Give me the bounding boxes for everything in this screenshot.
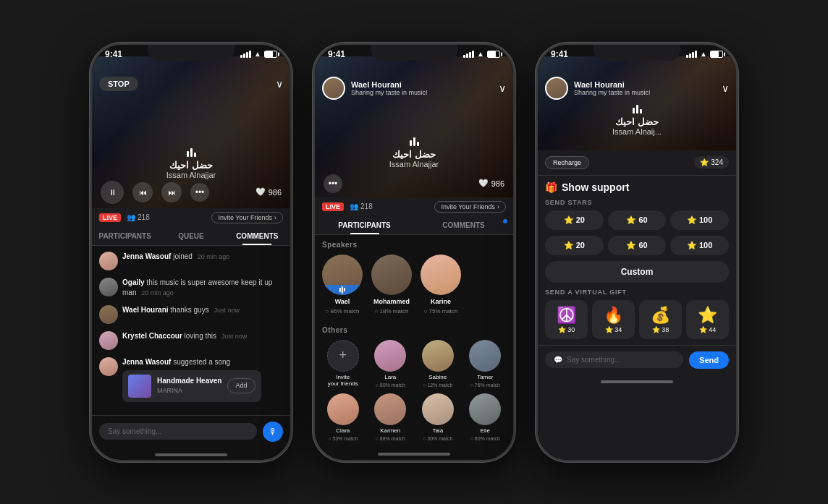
live-header-2: Wael Hourani Sharing my taste in music! …: [322, 77, 506, 100]
gift-money[interactable]: 💰 ⭐ 38: [639, 300, 682, 339]
gift-cost-peace: ⭐ 30: [558, 326, 575, 333]
avatar-jenna-2: [99, 357, 118, 376]
mic-button-1[interactable]: 🎙: [263, 422, 283, 442]
message-field-1[interactable]: Say something...: [99, 423, 257, 440]
status-icons-3: ▲: [686, 50, 723, 58]
song-bars-1: [92, 147, 290, 157]
live-badge-1: LIVE: [99, 213, 121, 222]
show-support-title: 🎁 Show support: [538, 176, 736, 196]
name-tamer: Tamer: [477, 374, 493, 380]
comment-text-5: Jenna Wasouf suggested a song Handmade H…: [122, 357, 261, 402]
user-avatar-3: [545, 77, 568, 100]
user-name-3: Wael Hourani: [574, 80, 651, 89]
hearts-count-2: 🤍 986: [478, 179, 504, 188]
comment-4: Krystel Chaccour loving this Just now: [99, 331, 283, 350]
recharge-button[interactable]: Recharge: [545, 156, 589, 169]
invite-friends-item[interactable]: + Inviteyour friends: [322, 340, 364, 388]
song-title-1: حضل احيك: [92, 160, 290, 171]
chevron-right-icon-2: ›: [497, 203, 499, 210]
hero-text-3: حضل احيك Issam Alnaij...: [538, 103, 736, 136]
name-lara: Lara: [384, 374, 396, 380]
avatar-tamer: [469, 340, 501, 372]
tab-participants-1[interactable]: PARTICIPANTS: [92, 227, 158, 245]
prev-button[interactable]: ⏮: [132, 182, 153, 202]
users-icon-2: 👥: [350, 202, 358, 210]
chat-icon-3: 💬: [554, 356, 562, 364]
star-btn-100b[interactable]: ⭐ 100: [670, 236, 729, 255]
speaker-avatar-karine: [421, 255, 461, 295]
add-song-button[interactable]: Add: [227, 378, 255, 393]
tab-comments-2[interactable]: COMMENTS: [414, 216, 513, 234]
signal-icon-2: [463, 51, 474, 58]
star-btn-60a[interactable]: ⭐ 60: [608, 210, 667, 230]
hero-controls-1: ⏸ ⏮ ⏭ ••• 🤍 986: [92, 181, 290, 204]
song-bars-3: [538, 103, 736, 114]
gift-star[interactable]: ⭐ ⭐ 44: [686, 300, 729, 339]
send-gift-label: SEND A VIRTUAL GIFT: [538, 286, 736, 297]
phone-1: 9:41 ▲ STOP ∨: [90, 43, 292, 462]
hero-controls-2: ••• 🤍 986: [315, 174, 513, 193]
user-header-3: Wael Hourani Sharing my taste in music!: [545, 77, 651, 100]
star-btn-100a[interactable]: ⭐ 100: [670, 210, 729, 230]
gift-peace[interactable]: ☮️ ⭐ 30: [545, 300, 588, 339]
user-info-2: Wael Hourani Sharing my taste in music!: [351, 80, 428, 96]
stars-grid-row1: ⭐ 20 ⭐ 60 ⭐ 100: [538, 208, 736, 233]
play-button[interactable]: ⏸: [101, 181, 124, 204]
peace-icon: ☮️: [557, 306, 576, 325]
hearts-count-1: 🤍 986: [255, 187, 282, 197]
avatar-karmen: [374, 393, 406, 425]
phone-2: 9:41 ▲: [313, 43, 515, 462]
fire-icon: 🔥: [604, 306, 623, 325]
message-input-1: Say something... 🎙: [92, 415, 290, 448]
more-button-2[interactable]: •••: [324, 174, 342, 193]
star-btn-60b[interactable]: ⭐ 60: [608, 236, 667, 255]
gift-cost-fire: ⭐ 34: [605, 326, 622, 333]
tab-participants-2[interactable]: PARTICIPANTS: [315, 216, 414, 234]
user-sub-2: Sharing my taste in music!: [351, 89, 428, 96]
comment-1: Jenna Wasouf joined 20 min ago: [99, 252, 283, 270]
song-thumb: [128, 375, 151, 398]
user-header-2: Wael Hourani Sharing my taste in music!: [322, 77, 428, 100]
other-tala: Tala ○ 30% match: [417, 393, 459, 441]
speaker-match-mohammed: ○ 18% match: [374, 308, 408, 315]
chevron-down-icon-1[interactable]: ∨: [276, 78, 283, 90]
comment-text-3: Wael Hourani thanks guys Just now: [122, 305, 240, 315]
next-button[interactable]: ⏭: [161, 182, 182, 202]
invite-circle[interactable]: +: [327, 340, 359, 372]
chevron-down-icon-2[interactable]: ∨: [499, 82, 506, 94]
signal-icon-3: [686, 51, 697, 58]
invite-button-1[interactable]: Invite Your Friends ›: [211, 212, 283, 223]
speaker-name-mohammed: Mohammed: [373, 298, 410, 305]
star-btn-20b[interactable]: ⭐ 20: [545, 236, 604, 255]
home-indicator-2: [315, 447, 513, 460]
star-btn-20a[interactable]: ⭐ 20: [545, 210, 604, 230]
tab-queue-1[interactable]: QUEUE: [158, 227, 224, 245]
avatar-sabine: [422, 340, 454, 372]
time-1: 9:41: [105, 49, 122, 59]
gift-fire[interactable]: 🔥 ⭐ 34: [592, 300, 635, 339]
send-button[interactable]: Send: [689, 351, 729, 369]
chevron-down-icon-3[interactable]: ∨: [722, 82, 729, 94]
song-artist-1: Issam Alnajjar: [92, 171, 290, 179]
invite-button-2[interactable]: Invite Your Friends ›: [434, 201, 506, 213]
avatar-tala: [422, 393, 454, 425]
song-suggestion: Handmade Heaven MARINA Add: [122, 370, 261, 402]
home-indicator-3: [538, 375, 736, 389]
others-label: Others: [315, 320, 513, 337]
status-icons-2: ▲: [463, 50, 500, 58]
status-bar-2: 9:41 ▲: [315, 45, 513, 61]
time-3: 9:41: [551, 49, 568, 59]
stop-button[interactable]: STOP: [99, 77, 138, 91]
message-field-3[interactable]: 💬 Say something...: [545, 351, 683, 368]
speaker-avatar-mohammed: [371, 255, 412, 295]
more-button[interactable]: •••: [190, 183, 209, 202]
custom-button[interactable]: Custom: [545, 261, 729, 283]
user-name-2: Wael Hourani: [351, 80, 428, 89]
match-tamer: ○ 76% match: [470, 383, 500, 388]
live-badge-2: LIVE: [322, 202, 344, 211]
others-grid: + Inviteyour friends Lara ○ 80% match Sa…: [315, 337, 513, 447]
live-users-1: 👥 218: [127, 213, 150, 221]
other-sabine: Sabine ○ 12% match: [417, 340, 459, 388]
avatar-krystel: [99, 331, 118, 350]
tab-comments-1[interactable]: COMMENTS: [224, 227, 290, 245]
